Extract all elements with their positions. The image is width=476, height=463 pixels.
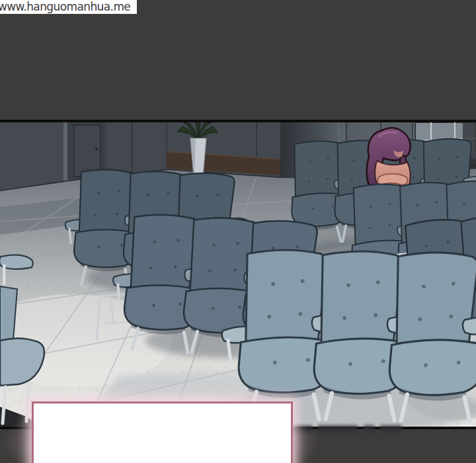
comic-panel[interactable] — [0, 120, 476, 429]
blur-blob — [317, 425, 358, 433]
door — [74, 125, 100, 177]
speech-balloon — [32, 401, 293, 463]
site-watermark: www.hanguomanhua.me — [0, 0, 137, 14]
site-watermark-text: www.hanguomanhua.me — [0, 0, 130, 14]
blur-blob — [363, 425, 375, 433]
blur-blob — [379, 425, 402, 433]
blurred-watermark-smudge — [276, 423, 408, 435]
manhwa-reader-page: www.hanguomanhua.me — [0, 0, 476, 463]
waiting-room-illustration — [0, 122, 476, 427]
door-handle — [95, 147, 98, 150]
woman-arms — [377, 174, 407, 185]
